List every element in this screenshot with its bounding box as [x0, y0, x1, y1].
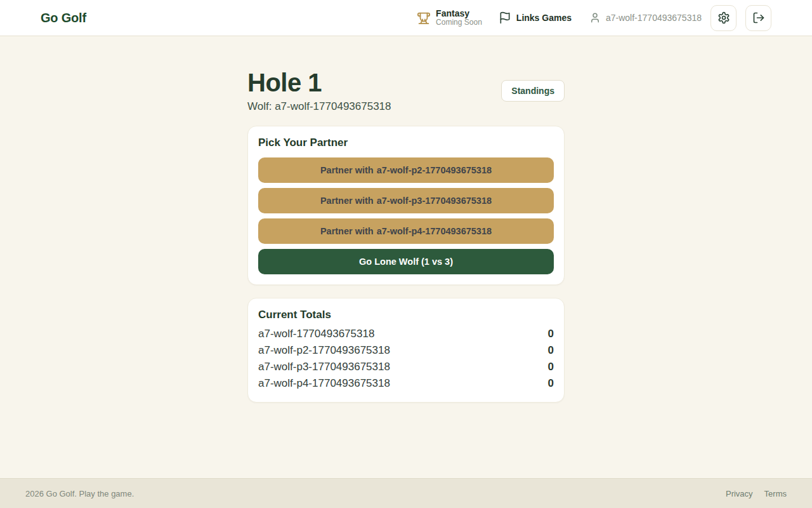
footer: 2026 Go Golf. Play the game. Privacy Ter…: [0, 478, 812, 508]
page-title: Hole 1: [247, 68, 391, 97]
player-name: a7-wolf-1770493675318: [258, 326, 374, 342]
player-name: a7-wolf-p3-1770493675318: [258, 359, 390, 375]
main-content: Hole 1 Wolf: a7-wolf-1770493675318 Stand…: [0, 36, 812, 478]
nav-fantasy[interactable]: Fantasy Coming Soon: [417, 8, 482, 27]
totals-row: a7-wolf-1770493675318 0: [258, 326, 554, 342]
lone-wolf-button[interactable]: Go Lone Wolf (1 vs 3): [258, 249, 554, 274]
username-text: a7-wolf-1770493675318: [606, 13, 702, 23]
page: Go Golf Fantasy Coming Soon: [0, 0, 812, 508]
flag-icon: [499, 11, 511, 24]
pick-partner-card: Pick Your Partner Partner with a7-wolf-p…: [247, 126, 565, 285]
player-name: a7-wolf-p4-1770493675318: [258, 375, 390, 392]
pick-partner-title: Pick Your Partner: [258, 137, 554, 149]
title-row: Hole 1 Wolf: a7-wolf-1770493675318 Stand…: [247, 68, 565, 113]
partner-name: a7-wolf-p3-1770493675318: [377, 196, 492, 206]
user-display: a7-wolf-1770493675318: [589, 12, 702, 23]
header-nav: Fantasy Coming Soon Links Games: [417, 5, 771, 31]
current-totals-title: Current Totals: [258, 309, 554, 321]
player-name: a7-wolf-p2-1770493675318: [258, 342, 390, 359]
player-total: 0: [548, 375, 554, 392]
partner-button-p4[interactable]: Partner with a7-wolf-p4-1770493675318: [258, 218, 554, 244]
partner-name: a7-wolf-p4-1770493675318: [377, 226, 492, 236]
terms-link[interactable]: Terms: [764, 489, 787, 498]
wolf-subtitle: Wolf: a7-wolf-1770493675318: [247, 100, 391, 113]
user-icon: [589, 12, 601, 23]
partner-button-p3[interactable]: Partner with a7-wolf-p3-1770493675318: [258, 188, 554, 213]
standings-button[interactable]: Standings: [501, 80, 565, 102]
brand-logo[interactable]: Go Golf: [41, 11, 86, 25]
logout-button[interactable]: [745, 5, 771, 31]
totals-row: a7-wolf-p2-1770493675318 0: [258, 342, 554, 359]
fantasy-sublabel: Coming Soon: [436, 18, 482, 27]
trophy-icon: [417, 11, 431, 25]
header: Go Golf Fantasy Coming Soon: [0, 0, 812, 36]
partner-name: a7-wolf-p2-1770493675318: [377, 165, 492, 175]
totals-row: a7-wolf-p3-1770493675318 0: [258, 359, 554, 375]
footer-links: Privacy Terms: [726, 489, 787, 498]
settings-button[interactable]: [710, 5, 737, 31]
totals-row: a7-wolf-p4-1770493675318 0: [258, 375, 554, 392]
privacy-link[interactable]: Privacy: [726, 489, 753, 498]
logout-icon: [752, 11, 765, 24]
links-games-label: Links Games: [516, 13, 572, 23]
nav-links-games[interactable]: Links Games: [499, 11, 572, 24]
player-total: 0: [548, 342, 554, 359]
partner-button-p2[interactable]: Partner with a7-wolf-p2-1770493675318: [258, 157, 554, 183]
gear-icon: [717, 11, 730, 24]
player-total: 0: [548, 326, 554, 342]
player-total: 0: [548, 359, 554, 375]
copyright-text: 2026 Go Golf. Play the game.: [25, 489, 134, 498]
current-totals-card: Current Totals a7-wolf-1770493675318 0 a…: [247, 298, 565, 403]
fantasy-label: Fantasy: [436, 8, 482, 18]
